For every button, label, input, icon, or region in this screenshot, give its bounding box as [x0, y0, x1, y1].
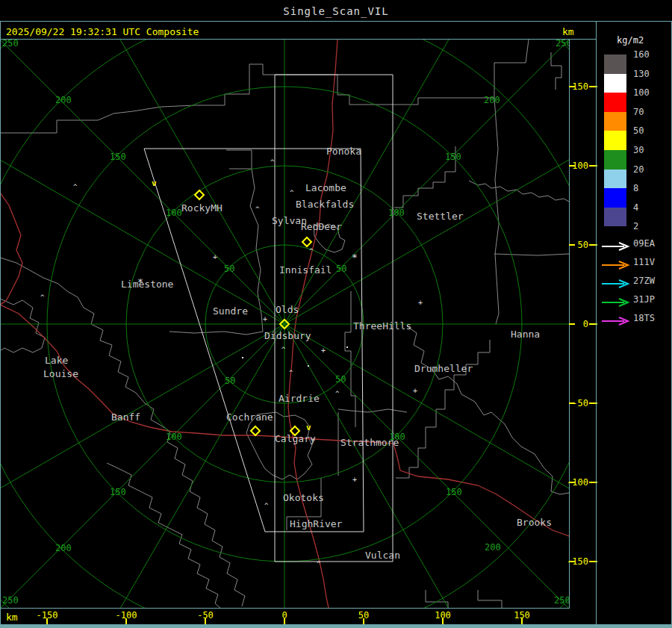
plus-symbol: + — [213, 253, 217, 261]
radar-arrow-icon — [601, 314, 631, 323]
legend-value: 100 — [633, 87, 650, 98]
legend-value: 30 — [633, 145, 644, 155]
legend-value: 50 — [633, 125, 644, 136]
city-label-didsbury: Didsbury — [264, 330, 311, 341]
range-ring-label: 100 — [388, 208, 405, 218]
city-label-vulcan: Vulcan — [365, 550, 400, 561]
range-ring-label: 50 — [335, 374, 346, 385]
city-label-strathmore: Strathmore — [340, 437, 399, 448]
city-label-threehills: ThreeHills — [353, 320, 411, 332]
range-ring-label: 200 — [485, 542, 501, 553]
range-ring-label: 200 — [55, 543, 72, 553]
city-label-blackfalds: Blackfalds — [296, 199, 354, 210]
window-border-bottom-strip — [0, 624, 672, 628]
title-bar[interactable]: Single_Scan_VIL — [0, 0, 672, 21]
right-axis-label: 50 — [564, 240, 588, 250]
county-boundary-line — [478, 590, 502, 608]
county-boundary-line — [1, 258, 245, 606]
peak-caret-symbol: ^ — [270, 158, 275, 166]
range-ring-label: 150 — [445, 152, 461, 162]
range-ring-label: 50 — [224, 264, 234, 274]
radar-arrow-icon — [601, 277, 631, 286]
peak-caret-symbol: ^ — [281, 346, 286, 353]
legend-swatch — [604, 112, 626, 131]
plus-symbol: + — [418, 299, 423, 307]
radar-viewer-window: Single_Scan_VIL 2025/09/22 19:32:31 UTC … — [0, 0, 672, 628]
right-axis-label: 150 — [564, 81, 588, 92]
peak-caret-symbol: ^ — [264, 502, 269, 509]
city-label-olds: Olds — [276, 304, 299, 315]
city-label-highriver: HighRiver — [290, 518, 343, 529]
peak-caret-symbol: ^ — [290, 189, 294, 196]
peak-caret-symbol: ^ — [255, 205, 260, 213]
right-axis-tick — [569, 86, 575, 87]
city-label-sundre: Sundre — [213, 305, 248, 317]
radial-line-120deg — [284, 324, 569, 529]
title-bar-divider — [0, 21, 672, 22]
city-label-innisfail: Innisfail — [279, 264, 332, 276]
city-label-lacombe: Lacombe — [305, 182, 346, 193]
right-axis-tick — [569, 323, 575, 325]
right-axis-label: -100 — [564, 477, 588, 488]
city-label-ponoka: Ponoka — [326, 146, 361, 157]
radar-map-svg: 5050505010010010010015015015015020020020… — [1, 40, 569, 608]
right-axis-label: 100 — [564, 161, 588, 171]
county-boundary-line — [407, 326, 569, 494]
radar-id: 27ZW — [633, 276, 655, 286]
plus-symbol: + — [352, 476, 357, 484]
right-axis-tick — [569, 561, 575, 562]
plus-symbol: + — [413, 387, 417, 395]
county-boundary-line — [551, 52, 561, 90]
peak-caret-symbol: ^ — [289, 369, 293, 376]
range-ring-label: 200 — [55, 95, 72, 105]
highway-line — [1, 193, 22, 305]
right-axis-tick — [569, 402, 575, 404]
county-boundary-line — [396, 340, 490, 478]
axis-unit-top-right: km — [562, 26, 574, 37]
range-ring-label: 100 — [166, 432, 182, 442]
dot-symbol — [242, 357, 243, 358]
range-ring-label: 250 — [556, 40, 569, 49]
axis-unit-bottom-left: km — [6, 612, 18, 623]
city-label-airdrie: Airdrie — [279, 393, 320, 404]
legend-value: 160 — [633, 49, 650, 60]
radar-arrow-icon — [601, 296, 631, 305]
legend-swatch — [604, 93, 626, 112]
peak-caret-symbol: ^ — [40, 293, 45, 301]
city-label-okotoks: Okotoks — [283, 492, 324, 503]
city-label-reddeer: RedDeer — [301, 221, 342, 232]
radial-line-225deg — [1, 324, 284, 608]
range-ring-label: 50 — [225, 376, 235, 386]
city-label-brooks: Brooks — [517, 517, 552, 528]
radar-site-diamond-icon — [251, 426, 260, 435]
county-boundary-line — [494, 254, 569, 255]
right-axis-tick — [569, 165, 575, 167]
legend-swatch — [604, 74, 626, 93]
radar-site-diamond-icon — [302, 237, 311, 246]
county-boundary-line — [426, 590, 448, 608]
legend-value: 20 — [633, 164, 644, 175]
peak-caret-symbol: ^ — [73, 183, 78, 190]
peak-caret-symbol: ^ — [335, 390, 340, 397]
legend-swatch — [604, 131, 626, 150]
radial-line-210deg — [80, 324, 284, 608]
range-ring-label: 250 — [2, 40, 19, 49]
county-boundary-line — [169, 332, 263, 335]
range-ring-label: 150 — [110, 487, 126, 497]
legend-value: 8 — [633, 183, 638, 193]
city-label-limestone: Limestone — [121, 279, 174, 290]
city-label-banff: Banff — [111, 411, 140, 423]
dot-symbol — [346, 346, 348, 348]
legend-separator — [596, 21, 597, 624]
radar-id: 09EA — [633, 238, 655, 249]
city-label-rockymh: RockyMH — [181, 202, 223, 214]
range-ring-label: 250 — [2, 595, 19, 606]
storm-v-marker-icon: v — [306, 423, 311, 432]
county-boundary-line — [345, 291, 355, 427]
county-boundary-line — [469, 181, 569, 202]
city-label-lake: Lake — [45, 355, 68, 366]
radar-map-canvas[interactable]: 5050505010010010010015015015015020020020… — [1, 40, 569, 608]
plus-symbol: + — [321, 346, 326, 355]
legend-unit-label: kg/m2 — [617, 35, 644, 46]
range-ring-label: 200 — [484, 95, 500, 105]
